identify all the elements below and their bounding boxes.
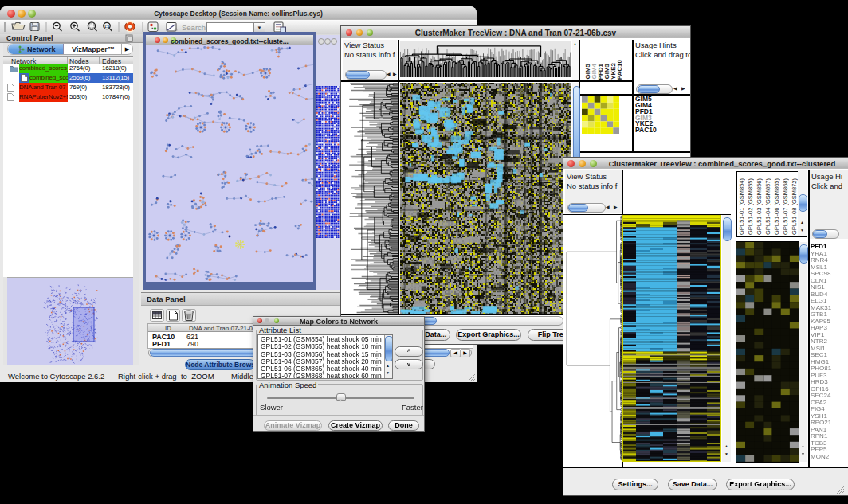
svg-text:1:1: 1:1 bbox=[104, 25, 110, 29]
